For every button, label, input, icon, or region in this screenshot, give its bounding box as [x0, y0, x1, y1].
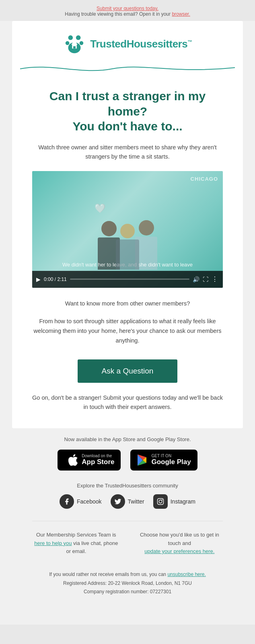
svg-rect-12	[157, 498, 163, 504]
pre-header: Submit your questions today. Having trou…	[0, 0, 255, 21]
brand-logo-icon	[63, 32, 86, 56]
video-player[interactable]: CHICAGO 🤍	[32, 171, 223, 288]
twitter-link[interactable]: Twitter	[111, 494, 144, 509]
person-2	[116, 224, 139, 270]
google-badge-text: GET IT ON Google Play	[151, 454, 191, 466]
support-section: Our Membership Services Team is here to …	[24, 523, 231, 564]
chicago-label: CHICAGO	[191, 176, 218, 182]
svg-marker-5	[72, 40, 78, 45]
svg-point-2	[66, 41, 70, 45]
app-badges: Download on the App Store GET IT ON Goog…	[24, 450, 231, 470]
fullscreen-button[interactable]: ⛶	[203, 276, 208, 283]
browser-link[interactable]: browser.	[172, 11, 190, 17]
svg-point-0	[68, 35, 73, 40]
brand-name: TrustedHousesitters™	[90, 38, 192, 50]
support-col-right: Choose how you'd like us to get in touch…	[136, 531, 223, 556]
company-number: Company registration number: 07227301	[84, 589, 171, 594]
main-subtext: Watch three owner and sitter members mee…	[32, 143, 223, 161]
legal-footer: If you would rather not receive emails f…	[24, 564, 231, 605]
email-wrapper: TrustedHousesitters™ Can I trust a stran…	[0, 21, 255, 625]
apple-badge-text: Download on the App Store	[82, 454, 114, 466]
main-headline: Can I trust a stranger in my home?You do…	[32, 89, 223, 134]
wave-divider	[20, 63, 235, 75]
apple-logo-icon	[68, 454, 78, 466]
progress-bar[interactable]	[70, 279, 189, 280]
google-play-icon	[137, 454, 147, 466]
unsub-text: If you would rather not receive emails f…	[49, 572, 166, 577]
body-para-2: From how to sort through sitter applicat…	[32, 317, 223, 346]
unsubscribe-link[interactable]: unsubscribe here.	[167, 572, 206, 577]
trouble-text: Having trouble viewing this email? Open …	[65, 11, 171, 17]
google-badge-small: GET IT ON	[151, 454, 191, 458]
closing-text: Go on, don't be a stranger! Submit your …	[32, 393, 223, 413]
app-store-text: Now available in the App Store and Googl…	[24, 436, 231, 442]
svg-point-3	[80, 41, 84, 45]
support-text-left-2: via live chat, phone or email.	[66, 540, 118, 555]
svg-rect-7	[73, 46, 76, 49]
ask-question-button[interactable]: Ask a Question	[78, 359, 178, 383]
main-content: Can I trust a stranger in my home?You do…	[12, 76, 243, 428]
facebook-link[interactable]: Facebook	[60, 494, 101, 509]
twitter-label: Twitter	[128, 498, 144, 505]
email-card: TrustedHousesitters™ Can I trust a stran…	[12, 21, 243, 428]
registered-address: Registered Address: 20-22 Wenlock Road, …	[63, 580, 192, 586]
logo-container: TrustedHousesitters™	[63, 32, 192, 56]
volume-button[interactable]: 🔊	[193, 276, 199, 283]
instagram-label: Instagram	[171, 498, 195, 505]
svg-point-1	[76, 35, 81, 40]
body-para-1: Want to know more from other owner membe…	[32, 299, 223, 309]
submit-questions-link[interactable]: Submit your questions today.	[97, 6, 158, 11]
support-text-left-1: Our Membership Services Team is	[36, 532, 116, 538]
instagram-link[interactable]: Instagram	[153, 494, 195, 509]
facebook-label: Facebook	[77, 498, 101, 505]
instagram-icon	[153, 494, 168, 509]
social-links: Facebook Twitter	[24, 494, 231, 509]
apple-badge-small: Download on the	[82, 454, 114, 458]
video-time: 0:00 / 2:11	[44, 277, 67, 282]
heart-decoration: 🤍	[95, 203, 105, 214]
apple-badge-big: App Store	[82, 458, 114, 466]
preferences-link[interactable]: update your preferences here.	[144, 548, 214, 554]
more-options-button[interactable]: ⋮	[212, 275, 219, 283]
help-link[interactable]: here to help you	[34, 540, 72, 546]
divider	[32, 521, 223, 521]
video-controls[interactable]: ▶ 0:00 / 2:11 🔊 ⛶ ⋮	[32, 271, 223, 288]
logo-area: TrustedHousesitters™	[12, 21, 243, 76]
twitter-icon	[111, 494, 125, 509]
google-play-badge[interactable]: GET IT ON Google Play	[130, 450, 197, 470]
support-col-left: Our Membership Services Team is here to …	[32, 531, 120, 556]
support-text-right: Choose how you'd like us to get in touch…	[140, 532, 219, 546]
google-badge-big: Google Play	[151, 458, 191, 466]
facebook-icon	[60, 494, 74, 509]
apple-app-store-badge[interactable]: Download on the App Store	[58, 450, 121, 470]
footer-section: Now available in the App Store and Googl…	[12, 428, 243, 613]
play-button[interactable]: ▶	[36, 276, 41, 283]
svg-point-14	[162, 500, 162, 500]
social-section-text: Explore the TrustedHousesitters communit…	[24, 483, 231, 489]
svg-point-13	[159, 500, 162, 503]
